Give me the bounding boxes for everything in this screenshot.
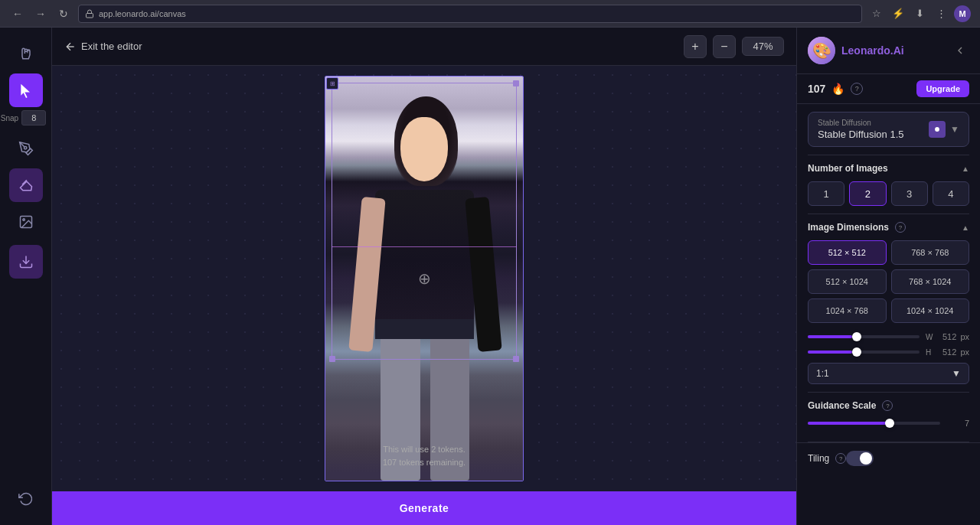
tiling-info-button[interactable]: ? [835, 453, 846, 464]
guidance-slider-track[interactable] [808, 422, 940, 425]
number-of-images-section: Number of Images ▲ 1 2 3 4 [797, 155, 980, 214]
model-label: Stable Diffusion [818, 119, 929, 127]
snap-label: Snap [1, 114, 18, 122]
selection-line [332, 246, 517, 247]
num-images-title: Number of Images [808, 163, 888, 174]
zoom-in-button[interactable]: + [684, 35, 707, 58]
brush-tool-button[interactable] [9, 132, 43, 165]
aspect-ratio-chevron: ▼ [952, 368, 961, 379]
dim-768x768-button[interactable]: 768 × 768 [891, 240, 970, 265]
forward-button[interactable]: → [32, 5, 49, 22]
svg-point-4 [22, 219, 24, 221]
width-slider-fill [808, 335, 852, 338]
url-bar[interactable]: app.leonardo.ai/canvas [78, 5, 862, 23]
image-tool-button[interactable] [9, 205, 43, 239]
section-header-images: Number of Images ▲ [808, 163, 969, 174]
paint-tool-button[interactable] [9, 168, 43, 202]
dim-1024x768-button[interactable]: 1024 × 768 [808, 298, 887, 323]
height-label: H [926, 348, 936, 357]
dim-512x1024-button[interactable]: 512 × 1024 [808, 269, 887, 294]
dim-768x1024-button[interactable]: 768 × 1024 [891, 269, 970, 294]
height-slider-row: H 512 px [808, 347, 969, 357]
panel-avatar: 🎨 [808, 37, 835, 64]
right-panel: 🎨 Leonardo.Ai 107 🔥 ? Upgrade Stable Dif… [796, 28, 980, 525]
dim-1024x1024-button[interactable]: 1024 × 1024 [891, 298, 970, 323]
svg-point-2 [24, 147, 26, 149]
token-info-overlay: This will use 2 tokens. 107 tokens remai… [383, 443, 466, 468]
generate-button[interactable]: Generate [52, 491, 796, 525]
menu-button[interactable]: ⋮ [933, 5, 949, 22]
image-dimensions-title: Image Dimensions [808, 222, 889, 233]
extensions-button[interactable]: ⚡ [890, 5, 906, 22]
exit-label: Exit the editor [81, 41, 142, 52]
zoom-value: 47% [742, 37, 784, 56]
num-images-collapse-button[interactable]: ▲ [962, 165, 969, 173]
user-avatar[interactable]: M [954, 5, 971, 22]
token-count: 107 [808, 83, 825, 95]
move-cursor-icon: ⊕ [418, 269, 431, 288]
download-tool-button[interactable] [9, 245, 43, 279]
canvas-image-container[interactable]: ⊞ ⊕ [325, 76, 524, 481]
height-slider-track[interactable] [808, 351, 920, 354]
undo-button[interactable] [9, 482, 43, 516]
width-slider-track[interactable] [808, 335, 920, 338]
app-container: Snap ▲ ▼ [0, 28, 980, 525]
guidance-fill [808, 422, 890, 425]
tiling-toggle[interactable] [846, 451, 874, 466]
download-button[interactable]: ⬇ [911, 5, 928, 22]
guidance-thumb[interactable] [885, 419, 894, 428]
browser-chrome: ← → ↻ app.leonardo.ai/canvas ☆ ⚡ ⬇ ⋮ M [0, 0, 980, 28]
height-slider-fill [808, 351, 852, 354]
width-slider-thumb[interactable] [852, 332, 861, 341]
height-slider-thumb[interactable] [852, 347, 861, 357]
panel-collapse-button[interactable] [951, 41, 969, 60]
model-selector[interactable]: Stable Diffusion Stable Diffusion 1.5 ▼ [808, 112, 969, 147]
panel-title: Leonardo.Ai [841, 44, 945, 57]
select-tool-button[interactable] [9, 73, 43, 107]
hand-tool-button[interactable] [9, 37, 43, 70]
reload-button[interactable]: ↻ [55, 5, 72, 22]
guidance-scale-section: Guidance Scale ? 7 [797, 393, 980, 442]
guidance-scale-title: Guidance Scale [808, 400, 876, 411]
token-remaining-text: 107 tokens remaining. [383, 456, 466, 469]
dim-512x512-button[interactable]: 512 × 512 [808, 240, 887, 265]
dimensions-collapse-button[interactable]: ▲ [962, 223, 969, 232]
height-value: 512 px [942, 347, 969, 357]
browser-action-group: ☆ ⚡ ⬇ ⋮ M [868, 5, 971, 22]
tiling-label: Tiling [808, 453, 829, 464]
section-header-guidance: Guidance Scale ? [808, 400, 969, 411]
token-info-button[interactable]: ? [851, 83, 863, 95]
width-label: W [926, 333, 936, 341]
tiling-section: Tiling ? [797, 442, 980, 474]
back-button[interactable]: ← [9, 5, 26, 22]
width-value: 512 px [942, 332, 969, 341]
model-chevron-icon: ▼ [950, 124, 959, 135]
number-buttons-group: 1 2 3 4 [808, 181, 969, 206]
num-images-1-button[interactable]: 1 [808, 181, 844, 206]
aspect-ratio-value: 1:1 [816, 368, 829, 379]
url-text: app.leonardo.ai/canvas [99, 9, 186, 18]
image-dimensions-section: Image Dimensions ? ▲ 512 × 512 768 × 768… [797, 214, 980, 392]
top-toolbar: Exit the editor + − 47% [52, 28, 796, 66]
left-toolbar: Snap ▲ ▼ [0, 28, 52, 525]
aspect-ratio-select[interactable]: 1:1 ▼ [808, 363, 969, 384]
upgrade-button[interactable]: Upgrade [916, 80, 969, 97]
zoom-out-button[interactable]: − [713, 35, 736, 58]
bookmark-button[interactable]: ☆ [868, 5, 885, 22]
width-slider-row: W 512 px [808, 332, 969, 341]
exit-editor-button[interactable]: Exit the editor [64, 41, 142, 53]
zoom-controls: + − 47% [684, 35, 784, 58]
canvas-area[interactable]: ⊞ ⊕ This will use 2 tokens. 107 tokens r… [52, 66, 796, 491]
svg-point-7 [935, 127, 939, 132]
guidance-info-button[interactable]: ? [882, 400, 893, 411]
snap-input[interactable] [21, 110, 46, 126]
num-images-4-button[interactable]: 4 [933, 181, 969, 206]
token-row: 107 🔥 ? Upgrade [797, 74, 980, 104]
num-images-3-button[interactable]: 3 [891, 181, 928, 206]
section-header-dimensions: Image Dimensions ? ▲ [808, 222, 969, 233]
num-images-2-button[interactable]: 2 [849, 181, 886, 206]
toggle-knob [860, 452, 872, 465]
guidance-value: 7 [946, 419, 969, 428]
svg-marker-1 [21, 84, 30, 98]
dimensions-info-button[interactable]: ? [895, 222, 906, 233]
